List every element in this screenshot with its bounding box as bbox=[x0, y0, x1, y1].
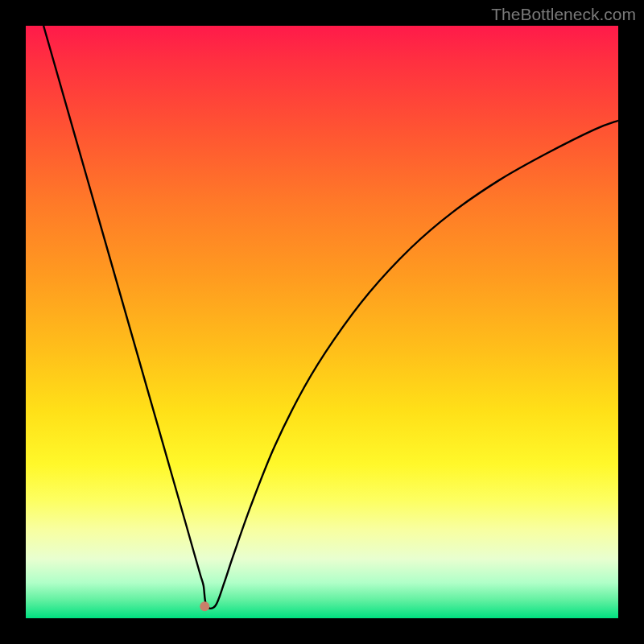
chart-container: TheBottleneck.com bbox=[0, 0, 644, 644]
curve-layer bbox=[26, 26, 618, 618]
watermark-text: TheBottleneck.com bbox=[491, 5, 636, 24]
optimal-point-marker bbox=[200, 601, 209, 611]
plot-area bbox=[26, 26, 618, 618]
bottleneck-curve bbox=[43, 26, 618, 609]
